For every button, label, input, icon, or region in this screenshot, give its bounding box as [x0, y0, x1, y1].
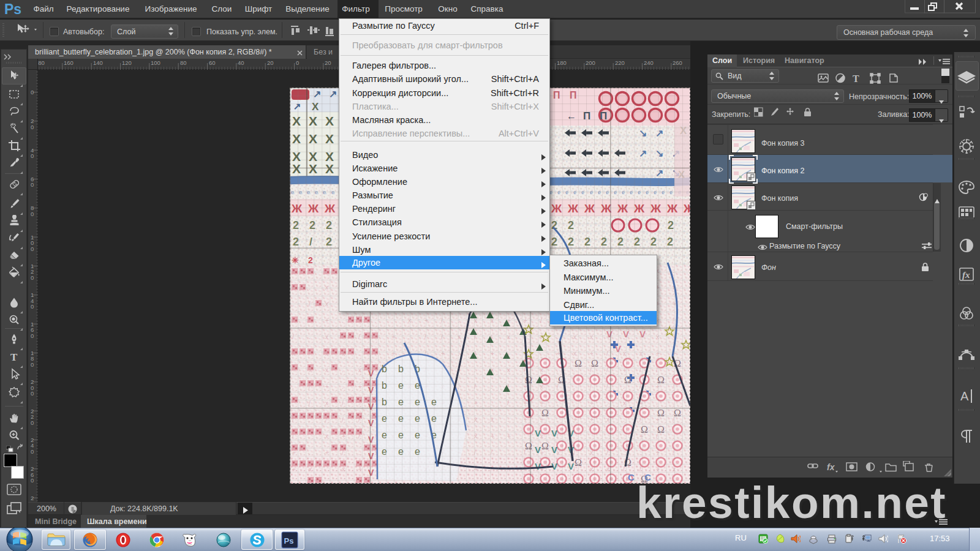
svg-text:200: 200 [586, 59, 595, 66]
svg-text:0: 0 [31, 361, 34, 368]
svg-text:100: 100 [151, 59, 160, 66]
svg-text:180: 180 [557, 59, 567, 66]
svg-text:A: A [960, 389, 969, 403]
svg-text:0: 0 [31, 211, 34, 217]
svg-text:80: 80 [180, 59, 187, 66]
svg-text:120: 120 [122, 59, 132, 66]
svg-text:0: 0 [31, 274, 34, 281]
svg-text:0: 0 [31, 124, 34, 130]
svg-text:0: 0 [31, 419, 34, 426]
svg-text:0: 0 [296, 59, 299, 66]
svg-text:0: 0 [31, 89, 34, 96]
svg-text:0: 0 [31, 246, 34, 252]
svg-text:T: T [853, 73, 859, 84]
svg-text:fx: fx [962, 270, 970, 280]
svg-text:0: 0 [31, 181, 34, 188]
svg-text:220: 220 [615, 59, 625, 66]
svg-text:0: 0 [31, 390, 34, 397]
svg-text:240: 240 [644, 59, 654, 66]
svg-text:0: 0 [31, 448, 34, 455]
svg-text:160: 160 [64, 59, 74, 66]
svg-text:0: 0 [31, 332, 34, 339]
svg-text:T: T [10, 351, 18, 363]
svg-text:0: 0 [31, 477, 34, 484]
svg-text:Ps: Ps [284, 536, 294, 545]
svg-text:fx: fx [827, 462, 835, 472]
svg-text:40: 40 [238, 59, 244, 66]
svg-text:0: 0 [31, 152, 34, 159]
svg-text:20: 20 [267, 59, 274, 66]
svg-text:60: 60 [209, 59, 216, 66]
svg-text:0: 0 [31, 303, 34, 310]
svg-text:140: 140 [93, 59, 103, 66]
svg-text:260: 260 [673, 59, 682, 66]
svg-text:20: 20 [325, 59, 331, 66]
